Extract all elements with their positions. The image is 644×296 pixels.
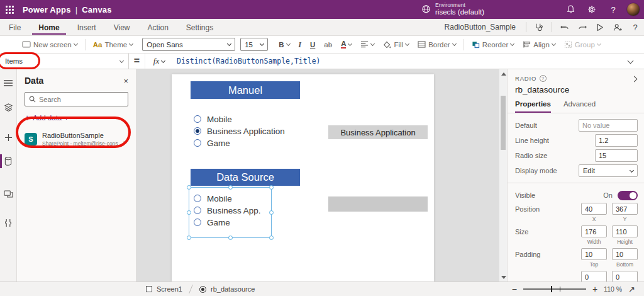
- help-icon[interactable]: ?: [626, 20, 644, 35]
- vertical-scrollbar[interactable]: [499, 69, 507, 282]
- scroll-down-icon[interactable]: [499, 273, 508, 282]
- formula-input[interactable]: Distinct(RadioButtonSample,Title): [173, 54, 320, 69]
- menu-home[interactable]: Home: [32, 20, 65, 35]
- radio-size-input[interactable]: [595, 149, 638, 162]
- padding-bottom-input[interactable]: [612, 248, 638, 260]
- font-size-select[interactable]: 15: [240, 38, 268, 51]
- fill-button[interactable]: Fill: [379, 38, 413, 52]
- padding-right-input[interactable]: [612, 271, 638, 282]
- media-icon[interactable]: [0, 186, 17, 202]
- more-options-icon[interactable]: ...: [123, 136, 128, 143]
- tab-properties[interactable]: Properties: [515, 100, 551, 113]
- zoom-level[interactable]: 110 %: [604, 285, 622, 293]
- zoom-slider-thumb[interactable]: [551, 286, 552, 292]
- fx-dropdown[interactable]: fx: [145, 54, 173, 69]
- italic-button[interactable]: I: [294, 38, 306, 52]
- resize-handle[interactable]: [228, 185, 233, 190]
- area-name: Canvas: [82, 5, 111, 14]
- chevron-down-icon: [119, 58, 124, 62]
- text-align-button[interactable]: [356, 38, 379, 52]
- zoom-slider[interactable]: [523, 288, 586, 290]
- close-icon[interactable]: ×: [123, 76, 128, 86]
- undo-icon[interactable]: [556, 20, 574, 35]
- padding-top-input[interactable]: [581, 248, 607, 260]
- underline-button[interactable]: U: [306, 38, 319, 52]
- data-source-connection: SharePoint - meltem@rise-consulting.n...: [42, 140, 118, 147]
- new-screen-button[interactable]: New screen: [18, 38, 82, 52]
- display-mode-select[interactable]: Edit: [579, 164, 638, 177]
- breadcrumb-control[interactable]: rb_datasource: [211, 285, 255, 293]
- play-preview-icon[interactable]: [591, 20, 609, 35]
- font-color-button[interactable]: A: [336, 38, 356, 52]
- fit-to-window-icon[interactable]: ↗: [628, 285, 635, 294]
- data-source-header-label[interactable]: Data Source: [191, 169, 300, 186]
- tab-advanced[interactable]: Advanced: [564, 100, 596, 113]
- menu-settings[interactable]: Settings: [180, 20, 219, 35]
- breadcrumb-separator: [189, 285, 193, 293]
- new-screen-icon: [22, 41, 31, 48]
- resize-handle[interactable]: [269, 236, 274, 240]
- size-height-input[interactable]: [612, 225, 638, 237]
- zoom-in-icon[interactable]: +: [592, 284, 597, 294]
- position-y-input[interactable]: [612, 203, 638, 215]
- scrollbar-thumb[interactable]: [501, 96, 506, 150]
- bold-button[interactable]: B: [274, 38, 294, 52]
- align-button[interactable]: Align: [518, 38, 560, 52]
- theme-button[interactable]: Aa Theme: [89, 38, 138, 52]
- redo-icon[interactable]: [574, 20, 591, 35]
- environment-picker[interactable]: Environment risecls (default): [421, 3, 484, 16]
- data-search-box[interactable]: [25, 92, 128, 106]
- default-input[interactable]: [579, 119, 638, 132]
- formula-bar-expand-chevron[interactable]: [616, 54, 644, 69]
- menu-file[interactable]: File: [3, 20, 27, 35]
- empty-value-label[interactable]: [328, 196, 428, 212]
- data-sources-icon[interactable]: [0, 153, 17, 169]
- visible-toggle[interactable]: [618, 191, 638, 200]
- menu-action[interactable]: Action: [142, 20, 175, 35]
- advanced-tools-icon[interactable]: [0, 215, 17, 231]
- app-checker-icon[interactable]: [530, 20, 548, 35]
- resize-handle[interactable]: [228, 236, 233, 240]
- menu-insert[interactable]: Insert: [71, 20, 103, 35]
- resize-handle[interactable]: [187, 185, 191, 190]
- user-avatar[interactable]: [626, 3, 640, 16]
- notifications-bell-icon[interactable]: [560, 0, 581, 19]
- border-button[interactable]: Border: [413, 38, 460, 52]
- font-family-select[interactable]: Open Sans: [142, 38, 235, 51]
- resize-handle[interactable]: [187, 236, 191, 240]
- scroll-up-icon[interactable]: [499, 69, 508, 78]
- manual-header-label[interactable]: Manuel: [191, 81, 300, 99]
- breadcrumb-screen[interactable]: Screen1: [157, 285, 182, 293]
- settings-gear-icon[interactable]: [581, 0, 602, 19]
- selected-value-label[interactable]: Business Application: [328, 125, 428, 139]
- control-selection-box[interactable]: [189, 187, 272, 238]
- line-height-input[interactable]: [595, 134, 638, 147]
- add-data-button[interactable]: + Add data: [25, 113, 128, 122]
- strikethrough-button[interactable]: ab: [319, 38, 336, 52]
- menu-view[interactable]: View: [108, 20, 136, 35]
- position-x-input[interactable]: [581, 203, 607, 215]
- property-select[interactable]: Items: [0, 54, 129, 69]
- app-screen-canvas[interactable]: Manuel Mobile Business Application Game …: [172, 74, 434, 282]
- search-input[interactable]: [39, 96, 124, 103]
- radio-option-mobile[interactable]: Mobile: [194, 113, 232, 125]
- resize-handle[interactable]: [269, 185, 274, 190]
- tree-view-icon[interactable]: [0, 99, 17, 115]
- zoom-out-icon[interactable]: −: [512, 284, 517, 294]
- padding-left-input[interactable]: [581, 271, 607, 282]
- waffle-menu-icon[interactable]: [0, 0, 19, 19]
- group-button[interactable]: Group: [560, 38, 605, 52]
- radio-option-business-application[interactable]: Business Application: [194, 125, 285, 137]
- radio-option-game[interactable]: Game: [194, 137, 230, 149]
- reorder-button[interactable]: Reorder: [467, 38, 519, 52]
- share-person-add-icon[interactable]: [609, 20, 626, 35]
- hamburger-collapse-icon[interactable]: [0, 75, 17, 91]
- help-icon[interactable]: ?: [602, 0, 624, 19]
- resize-handle[interactable]: [187, 210, 191, 215]
- resize-handle[interactable]: [269, 210, 274, 215]
- data-source-item-radiobuttonsample[interactable]: S RadioButtonSample SharePoint - meltem@…: [21, 128, 132, 151]
- size-width-input[interactable]: [581, 225, 607, 237]
- insert-plus-icon[interactable]: [0, 129, 17, 145]
- property-row-line-height: Line height: [515, 133, 638, 148]
- control-help-icon[interactable]: ?: [540, 75, 547, 82]
